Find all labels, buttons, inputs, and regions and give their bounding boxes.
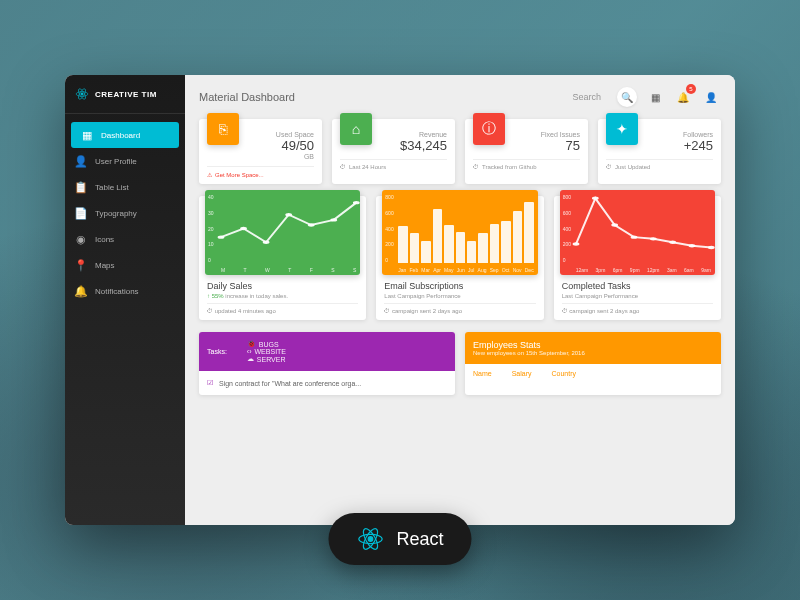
nav-icon: 📍	[75, 259, 87, 271]
react-logo-icon	[75, 87, 89, 101]
nav-icon: 📋	[75, 181, 87, 193]
chart-subtitle: Last Campaign Performance	[384, 293, 535, 299]
svg-point-17	[688, 244, 695, 247]
stat-icon: ⎘	[207, 113, 239, 145]
chart-footer: ⏱ campaign sent 2 days ago	[384, 303, 535, 314]
chart-area: 800600400200012am3pm6pm9pm12pm3am6am9am	[560, 190, 715, 275]
tasks-header: Tasks: 🐞 BUGS‹› WEBSITE☁ SERVER	[199, 332, 455, 371]
topbar: Material Dashboard Search 🔍 ▦ 🔔5 👤	[199, 87, 721, 107]
svg-point-8	[308, 223, 315, 226]
sidebar-item-maps[interactable]: 📍Maps	[65, 252, 185, 278]
nav-label: Typography	[95, 209, 137, 218]
search-icon: 🔍	[621, 92, 633, 103]
stat-footer: ⏱Tracked from Github	[473, 159, 580, 170]
checkbox-icon[interactable]: ☑	[207, 379, 213, 387]
task-row[interactable]: ☑ Sign contract for "What are conference…	[199, 371, 455, 395]
nav-label: User Profile	[95, 157, 137, 166]
task-tab-server[interactable]: ☁ SERVER	[247, 355, 286, 363]
chart-footer: ⏱ campaign sent 2 days ago	[562, 303, 713, 314]
search-input[interactable]: Search	[564, 88, 609, 106]
page-title: Material Dashboard	[199, 91, 295, 103]
employees-card: Employees Stats New employees on 15th Se…	[465, 332, 721, 395]
sidebar-item-dashboard[interactable]: ▦Dashboard	[71, 122, 179, 148]
table-header: Country	[552, 370, 577, 377]
grid-icon: ▦	[651, 92, 660, 103]
chart-card: 403020100MTWTFSSDaily Sales↑ 55% increas…	[199, 196, 366, 320]
dashboard-icon-button[interactable]: ▦	[645, 87, 665, 107]
sidebar-item-user-profile[interactable]: 👤User Profile	[65, 148, 185, 174]
sidebar: CREATIVE TIM ▦Dashboard👤User Profile📋Tab…	[65, 75, 185, 525]
svg-point-12	[592, 197, 599, 200]
search-button[interactable]: 🔍	[617, 87, 637, 107]
tasks-label: Tasks:	[207, 348, 227, 355]
tab-icon: 🐞	[247, 340, 256, 348]
nav-icon: ▦	[81, 129, 93, 141]
tab-icon: ☁	[247, 355, 254, 363]
brand: CREATIVE TIM	[65, 87, 185, 114]
react-logo-icon	[356, 525, 384, 553]
chart-card: 8006004002000JanFebMarAprMayJunJulAugSep…	[376, 196, 543, 320]
svg-point-18	[708, 246, 715, 249]
svg-point-10	[353, 201, 360, 204]
main-content: Material Dashboard Search 🔍 ▦ 🔔5 👤 ⎘Used…	[185, 75, 735, 525]
svg-point-5	[240, 227, 247, 230]
task-tab-bugs[interactable]: 🐞 BUGS	[247, 340, 286, 348]
pill-label: React	[396, 529, 443, 550]
table-header: Name	[473, 370, 492, 377]
stat-unit: GB	[207, 153, 314, 160]
svg-point-15	[650, 237, 657, 240]
stat-footer: ⏱Last 24 Hours	[340, 159, 447, 170]
nav-label: Table List	[95, 183, 129, 192]
chart-area: 403020100MTWTFSS	[205, 190, 360, 275]
chart-subtitle: Last Campaign Performance	[562, 293, 713, 299]
chart-title: Email Subscriptions	[384, 281, 535, 291]
chart-title: Completed Tasks	[562, 281, 713, 291]
app-window: CREATIVE TIM ▦Dashboard👤User Profile📋Tab…	[65, 75, 735, 525]
stat-card: ⌂Revenue$34,245⏱Last 24 Hours	[332, 119, 455, 184]
nav-label: Maps	[95, 261, 115, 270]
employees-header: Employees Stats New employees on 15th Se…	[465, 332, 721, 364]
table-header: Salary	[512, 370, 532, 377]
nav-icon: 👤	[75, 155, 87, 167]
tab-icon: ‹›	[247, 348, 252, 355]
stat-card: ⎘Used Space49/50GB⚠Get More Space...	[199, 119, 322, 184]
brand-text: CREATIVE TIM	[95, 90, 157, 99]
employees-sub: New employees on 15th September, 2016	[473, 350, 713, 356]
stat-icon: ⌂	[340, 113, 372, 145]
svg-point-11	[572, 242, 579, 245]
person-icon: 👤	[705, 92, 717, 103]
svg-point-6	[263, 241, 270, 244]
nav-label: Notifications	[95, 287, 139, 296]
stat-card: ✦Followers+245⏱Just Updated	[598, 119, 721, 184]
svg-point-16	[669, 241, 676, 244]
stat-icon: ✦	[606, 113, 638, 145]
nav-label: Dashboard	[101, 131, 140, 140]
nav-label: Icons	[95, 235, 114, 244]
svg-point-13	[611, 223, 618, 226]
svg-point-14	[630, 235, 637, 238]
bell-icon: 🔔	[677, 92, 689, 103]
react-pill: React	[328, 513, 471, 565]
chart-title: Daily Sales	[207, 281, 358, 291]
svg-point-0	[81, 93, 83, 95]
task-tab-website[interactable]: ‹› WEBSITE	[247, 348, 286, 355]
sidebar-item-table-list[interactable]: 📋Table List	[65, 174, 185, 200]
stat-card: ⓘFixed Issues75⏱Tracked from Github	[465, 119, 588, 184]
sidebar-item-icons[interactable]: ◉Icons	[65, 226, 185, 252]
svg-point-4	[218, 235, 225, 238]
tasks-card: Tasks: 🐞 BUGS‹› WEBSITE☁ SERVER ☑ Sign c…	[199, 332, 455, 395]
task-text: Sign contract for "What are conference o…	[219, 380, 361, 387]
sidebar-item-notifications[interactable]: 🔔Notifications	[65, 278, 185, 304]
profile-button[interactable]: 👤	[701, 87, 721, 107]
chart-area: 8006004002000JanFebMarAprMayJunJulAugSep…	[382, 190, 537, 275]
chart-card: 800600400200012am3pm6pm9pm12pm3am6am9amC…	[554, 196, 721, 320]
svg-point-7	[285, 213, 292, 216]
stat-icon: ⓘ	[473, 113, 505, 145]
notification-badge: 5	[686, 84, 696, 94]
stat-footer: ⚠Get More Space...	[207, 166, 314, 178]
sidebar-item-typography[interactable]: 📄Typography	[65, 200, 185, 226]
notifications-button[interactable]: 🔔5	[673, 87, 693, 107]
nav-icon: ◉	[75, 233, 87, 245]
employees-title: Employees Stats	[473, 340, 713, 350]
nav-icon: 🔔	[75, 285, 87, 297]
